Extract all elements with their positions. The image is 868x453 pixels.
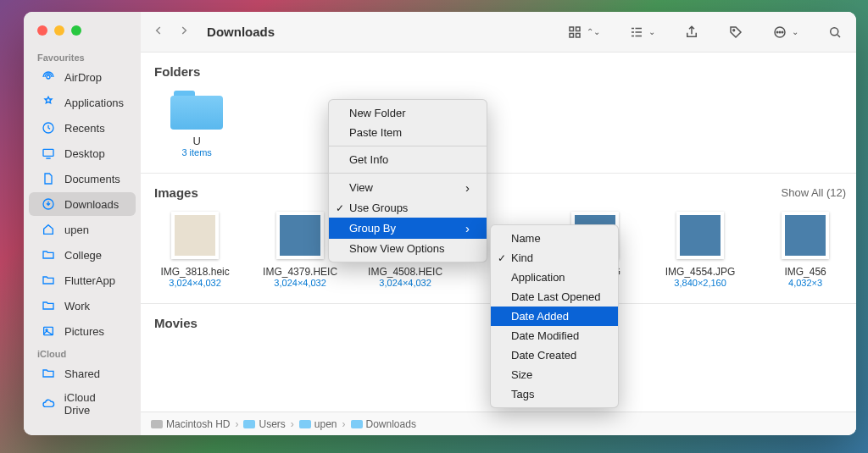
show-all-link[interactable]: Show All (12) [782,186,847,199]
svg-point-13 [779,31,781,33]
forward-button[interactable] [178,25,190,40]
path-label: Macintosh HD [166,418,230,430]
share-button[interactable] [679,25,704,40]
menu-date-last-opened[interactable]: Date Last Opened [491,287,618,307]
menu-separator [329,146,487,146]
image-item[interactable]: IMG_3818.heic3,024×4,032 [154,212,236,288]
minimize-button[interactable] [54,25,64,36]
clock-icon [41,120,56,135]
image-item[interactable]: IMG_4554.JPG3,840×2,160 [659,212,741,288]
sidebar-item-airdrop[interactable]: AirDrop [29,65,136,89]
section-folders-title: Folders [154,64,200,79]
sidebar-item-applications[interactable]: Applications [29,91,136,114]
menu-group-by[interactable]: Group By [329,218,487,239]
disk-icon [151,420,163,428]
sidebar-item-shared[interactable]: Shared [29,362,136,385]
home-icon [41,222,56,237]
tag-button[interactable] [723,25,748,40]
menu-kind[interactable]: Kind [491,248,618,268]
path-segment[interactable]: Macintosh HD [151,418,230,430]
airdrop-icon [41,69,56,85]
folder-item[interactable]: U 3 items [154,87,239,157]
sidebar-item-college[interactable]: College [29,243,136,267]
sidebar-item-pictures[interactable]: Pictures [29,319,136,343]
image-filename: IMG_4508.HEIC [368,266,442,278]
submenu-group-by: Name Kind Application Date Last Opened D… [490,224,619,408]
folder-name: U [192,135,200,147]
downloads-icon [41,196,56,212]
sidebar-item-downloads[interactable]: Downloads [29,192,136,216]
menu-show-view-options[interactable]: Show View Options [329,239,487,258]
menu-date-created[interactable]: Date Created [491,345,618,365]
sidebar-item-recents[interactable]: Recents [29,116,136,140]
sidebar-item-desktop[interactable]: Desktop [29,141,136,165]
path-segment[interactable]: Downloads [351,418,416,430]
sidebar-item-flutterapp[interactable]: FlutterApp [29,268,136,292]
folder-icon [41,247,56,262]
nav-arrows [153,25,190,40]
path-label: Downloads [366,418,416,430]
shared-folder-icon [41,366,56,381]
menu-paste-item[interactable]: Paste Item [329,123,487,142]
sidebar-label: Desktop [64,147,105,160]
image-dimensions: 3,024×4,032 [274,278,326,288]
image-dimensions: 3,024×4,032 [379,278,431,288]
image-filename: IMG_4379.HEIC [263,266,337,278]
path-label: Users [259,418,285,430]
close-button[interactable] [37,25,47,36]
svg-rect-2 [43,149,53,156]
group-by-button[interactable]: ⌄ [624,25,660,40]
image-dimensions: 4,032×3 [788,278,822,288]
toolbar: Downloads ⌃⌄ ⌄ ⌄ [141,12,856,52]
sidebar-item-work[interactable]: Work [29,294,136,318]
sidebar-item-icloud-drive[interactable]: iCloud Drive [29,387,136,421]
zoom-button[interactable] [71,25,81,36]
folder-icon [243,420,255,428]
applications-icon [41,95,56,110]
menu-name[interactable]: Name [491,229,618,248]
sidebar-heading-icloud: iCloud [24,344,141,361]
search-button[interactable] [822,25,848,40]
image-dimensions: 3,840×2,160 [674,278,726,288]
folder-icon [41,298,56,313]
menu-application[interactable]: Application [491,268,618,287]
sidebar: Favourites AirDrop Applications Recents … [24,12,141,435]
back-button[interactable] [153,25,164,40]
folder-icon [41,273,56,288]
path-segment[interactable]: Users [243,418,285,430]
menu-tags[interactable]: Tags [491,384,618,404]
menu-use-groups[interactable]: Use Groups [329,198,487,218]
image-thumbnail [782,212,829,259]
image-filename: IMG_4554.JPG [665,266,736,278]
image-thumbnail [276,212,324,259]
folder-icon [351,420,363,428]
section-images-title: Images [154,185,198,200]
menu-new-folder[interactable]: New Folder [329,103,487,123]
window-controls [24,22,141,47]
svg-point-14 [782,31,783,33]
pictures-icon [41,323,56,339]
image-filename: IMG_3818.heic [160,266,229,278]
sidebar-item-documents[interactable]: Documents [29,167,136,191]
view-mode-button[interactable]: ⌃⌄ [562,25,605,40]
menu-date-added[interactable]: Date Added [491,307,618,326]
cloud-icon [41,396,56,412]
image-filename: IMG_456 [784,266,826,278]
menu-size[interactable]: Size [491,365,618,384]
path-segment[interactable]: upen [299,418,337,430]
action-button[interactable]: ⌄ [767,25,804,40]
chevron-down-icon: ⌄ [648,27,655,36]
sidebar-item-upen[interactable]: upen [29,218,136,241]
folder-icon [167,87,226,130]
svg-rect-8 [570,33,574,37]
sidebar-heading-favourites: Favourites [24,47,141,64]
sidebar-label: College [64,249,102,262]
menu-date-modified[interactable]: Date Modified [491,326,618,345]
svg-point-12 [776,31,778,33]
sidebar-label: Shared [64,367,100,380]
desktop-icon [41,146,56,161]
image-item[interactable]: IMG_4564,032×3 [765,212,846,288]
menu-get-info[interactable]: Get Info [329,150,487,169]
sidebar-label: Applications [64,97,124,109]
menu-view[interactable]: View [329,177,487,198]
